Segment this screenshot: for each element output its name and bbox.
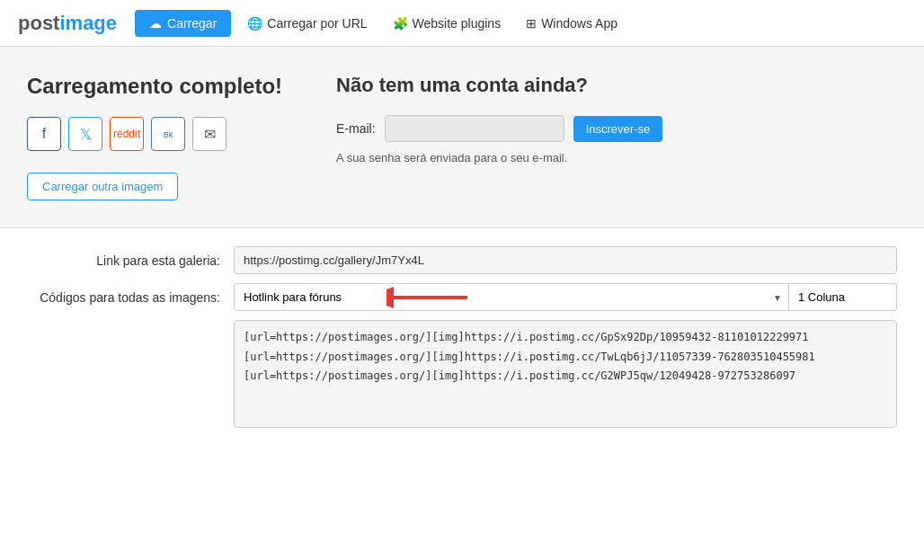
success-title: Carregamento completo! bbox=[27, 74, 282, 99]
codes-textarea[interactable] bbox=[234, 320, 897, 428]
nav-windows[interactable]: ⊞ Windows App bbox=[513, 10, 630, 37]
email-row: E-mail: Inscrever-se bbox=[336, 115, 897, 142]
upload-another-button[interactable]: Carregar outra imagem bbox=[27, 173, 178, 200]
nav-upload-url-label: Carregar por URL bbox=[267, 16, 367, 31]
upload-cloud-icon: ☁ bbox=[149, 16, 162, 31]
email-label: E-mail: bbox=[336, 121, 376, 136]
codes-controls: Hotlink para fóruns Hotlink direto BBCod… bbox=[234, 283, 897, 311]
reddit-share-button[interactable]: reddit bbox=[110, 117, 144, 151]
email-icon: ✉ bbox=[204, 126, 216, 143]
main-top-section: Carregamento completo! f 𝕏 reddit вк ✉ C… bbox=[0, 47, 924, 228]
register-title: Não tem uma conta ainda? bbox=[336, 74, 897, 97]
nav-windows-label: Windows App bbox=[541, 16, 617, 31]
twitter-icon: 𝕏 bbox=[80, 126, 92, 143]
subscribe-button[interactable]: Inscrever-se bbox=[573, 116, 663, 142]
logo-post-text: post bbox=[18, 12, 59, 35]
codes-textarea-wrapper bbox=[234, 320, 897, 428]
upload-button[interactable]: ☁ Carregar bbox=[135, 10, 231, 37]
reddit-icon: reddit bbox=[113, 128, 140, 140]
nav-plugins-label: Website plugins bbox=[413, 16, 502, 31]
logo: postimage bbox=[18, 12, 117, 35]
codes-row-wrapper: Códigos para todas as imagens: Hotlink p… bbox=[27, 283, 897, 311]
password-note: A sua senha será enviada para o seu e-ma… bbox=[336, 151, 897, 164]
code-type-dropdown-wrapper: Hotlink para fóruns Hotlink direto BBCod… bbox=[234, 283, 789, 311]
gallery-row: Link para esta galeria: bbox=[27, 246, 897, 274]
nav-plugins[interactable]: 🧩 Website plugins bbox=[380, 10, 514, 37]
gallery-url-input[interactable] bbox=[234, 246, 897, 274]
left-section: Carregamento completo! f 𝕏 reddit вк ✉ C… bbox=[27, 74, 282, 200]
register-section: Não tem uma conta ainda? E-mail: Inscrev… bbox=[336, 74, 897, 164]
upload-button-label: Carregar bbox=[167, 16, 217, 31]
vk-share-button[interactable]: вк bbox=[151, 117, 185, 151]
main-bottom-section: Link para esta galeria: Códigos para tod… bbox=[0, 228, 924, 446]
facebook-icon: f bbox=[42, 126, 46, 142]
globe-icon: 🌐 bbox=[247, 16, 262, 31]
column-select[interactable]: 1 Coluna 2 Colunas 3 Colunas bbox=[789, 283, 897, 311]
codes-label: Códigos para todas as imagens: bbox=[27, 290, 234, 305]
email-input[interactable] bbox=[385, 115, 564, 142]
vk-icon: вк bbox=[164, 129, 173, 139]
logo-image-text: image bbox=[59, 12, 117, 35]
twitter-share-button[interactable]: 𝕏 bbox=[68, 117, 102, 151]
header: postimage ☁ Carregar 🌐 Carregar por URL … bbox=[0, 0, 924, 47]
gallery-label: Link para esta galeria: bbox=[27, 253, 234, 268]
social-buttons: f 𝕏 reddit вк ✉ bbox=[27, 117, 282, 151]
code-type-select[interactable]: Hotlink para fóruns Hotlink direto BBCod… bbox=[234, 283, 789, 311]
puzzle-icon: 🧩 bbox=[393, 16, 408, 31]
email-share-button[interactable]: ✉ bbox=[192, 117, 227, 151]
facebook-share-button[interactable]: f bbox=[27, 117, 61, 151]
nav-upload-url[interactable]: 🌐 Carregar por URL bbox=[235, 10, 379, 37]
windows-icon: ⊞ bbox=[526, 16, 537, 31]
